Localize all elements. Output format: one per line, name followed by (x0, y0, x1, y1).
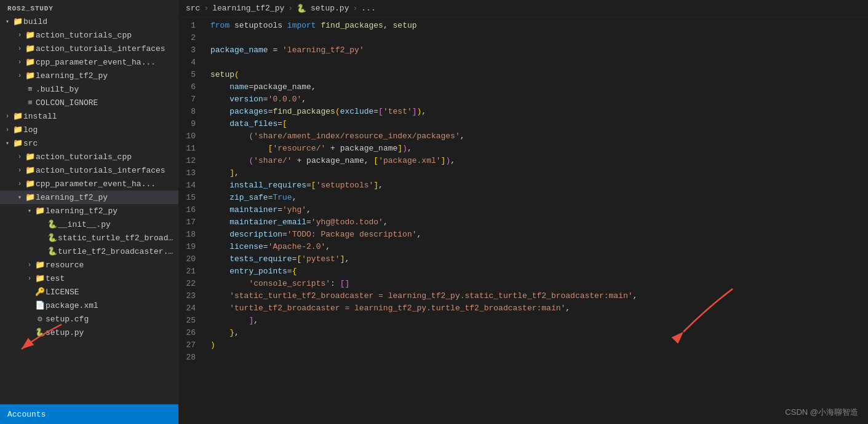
arrow-icon: › (25, 275, 34, 282)
arrow-icon: › (15, 167, 25, 174)
ln-14: 14 (178, 179, 205, 192)
sidebar-item-label: cpp_parameter_event_ha... (36, 179, 173, 189)
folder-icon: 📁 (25, 192, 36, 202)
arrow-icon: ▾ (15, 194, 25, 201)
sidebar-item-label: turtle_tf2_broadcaster.... (58, 247, 173, 256)
sidebar-item-label: build (23, 17, 173, 26)
ln-5: 5 (178, 69, 205, 81)
breadcrumb-py-icon: 🐍 (297, 4, 306, 14)
sidebar-item-label: LICENSE (46, 288, 173, 297)
py-icon: 🐍 (47, 219, 58, 229)
folder-icon: 📁 (25, 57, 36, 67)
spacer (25, 329, 34, 336)
ln-20: 20 (178, 253, 205, 265)
sidebar-item-src[interactable]: ▾ 📁 src (0, 136, 178, 150)
breadcrumb-sep-3: › (352, 4, 357, 13)
sidebar-item-resource[interactable]: › 📁 resource (0, 258, 178, 272)
sidebar-item-action-tutorials-interfaces-2[interactable]: › 📁 action_tutorials_interfaces (0, 163, 178, 177)
sidebar-item-setup-py[interactable]: 🐍 setup.py (0, 326, 178, 339)
sidebar-item-label: learning_tf2_py (36, 193, 173, 202)
ln-8: 8 (178, 106, 205, 118)
sidebar-item-install[interactable]: › 📁 install (0, 109, 178, 123)
sidebar-item-built-by[interactable]: ≡ .built_by (0, 82, 178, 96)
ln-13: 13 (178, 167, 205, 179)
folder-icon: 📁 (34, 206, 46, 216)
sidebar-item-action-tutorials-cpp-2[interactable]: › 📁 action_tutorials_cpp (0, 150, 178, 163)
sidebar-item-cpp-param-1[interactable]: › 📁 cpp_parameter_event_ha... (0, 55, 178, 69)
ln-26: 26 (178, 327, 205, 339)
ln-17: 17 (178, 216, 205, 229)
sidebar-item-build[interactable]: ▾ 📁 build (0, 15, 178, 28)
arrow-icon: › (15, 181, 25, 187)
sidebar-item-learning-tf2-py-1[interactable]: › 📁 learning_tf2_py (0, 69, 178, 82)
arrow-icon: › (2, 127, 12, 133)
sidebar-item-label: COLCON_IGNORE (36, 98, 173, 108)
sidebar-item-label: package.xml (46, 301, 173, 310)
ln-18: 18 (178, 229, 205, 241)
ln-11: 11 (178, 143, 205, 155)
ln-9: 9 (178, 118, 205, 130)
ln-22: 22 (178, 278, 205, 290)
arrow-icon: › (15, 73, 25, 79)
spacer (15, 100, 25, 106)
folder-icon: 📁 (34, 273, 46, 283)
ln-23: 23 (178, 290, 205, 302)
file-tree: ▾ 📁 build › 📁 action_tutorials_cpp › 📁 a… (0, 15, 178, 404)
ln-19: 19 (178, 241, 205, 253)
license-icon: 🔑 (34, 287, 46, 297)
sidebar-item-label: action_tutorials_cpp (36, 31, 173, 40)
eq-icon: ≡ (25, 85, 36, 94)
xml-icon: 📄 (34, 300, 46, 310)
sidebar-item-label: setup.cfg (46, 315, 173, 324)
folder-icon: 📁 (12, 125, 23, 135)
py-icon: 🐍 (34, 328, 46, 337)
sidebar-item-license[interactable]: 🔑 LICENSE (0, 285, 178, 299)
spacer (37, 235, 47, 241)
ln-15: 15 (178, 192, 205, 204)
sidebar-item-test[interactable]: › 📁 test (0, 272, 178, 285)
spacer (25, 302, 34, 309)
code-canvas: 1 2 3 4 5 6 7 8 9 10 11 12 13 14 15 16 1… (178, 17, 868, 424)
sidebar-item-package-xml[interactable]: 📄 package.xml (0, 299, 178, 312)
editor-area: src › learning_tf2_py › 🐍 setup.py › ...… (178, 0, 868, 424)
folder-icon: 📁 (25, 152, 36, 162)
cfg-icon: ⚙ (34, 314, 46, 324)
line-numbers: 1 2 3 4 5 6 7 8 9 10 11 12 13 14 15 16 1… (178, 17, 205, 424)
sidebar-item-turtle-tf2[interactable]: 🐍 turtle_tf2_broadcaster.... (0, 245, 178, 258)
sidebar-item-label: test (46, 274, 173, 283)
arrow-icon: ▾ (25, 207, 34, 214)
sidebar-item-action-tutorials-interfaces-1[interactable]: › 📁 action_tutorials_interfaces (0, 42, 178, 55)
ln-4: 4 (178, 57, 205, 69)
folder-icon: 📁 (25, 44, 36, 53)
ln-3: 3 (178, 44, 205, 57)
sidebar-item-colcon-ignore[interactable]: ≡ COLCON_IGNORE (0, 96, 178, 109)
ln-10: 10 (178, 130, 205, 143)
code-editor[interactable]: from setuptools import find_packages, se… (205, 17, 868, 424)
sidebar-item-learning-tf2-py-inner[interactable]: ▾ 📁 learning_tf2_py (0, 204, 178, 218)
folder-icon: 📁 (12, 138, 23, 148)
sidebar-item-label: resource (46, 261, 173, 270)
ln-16: 16 (178, 204, 205, 216)
ln-7: 7 (178, 93, 205, 106)
sidebar-item-label: log (23, 125, 173, 135)
sidebar-item-label: learning_tf2_py (46, 206, 173, 216)
sidebar-item-log[interactable]: › 📁 log (0, 123, 178, 136)
sidebar-item-static-turtle[interactable]: 🐍 static_turtle_tf2_broad... (0, 231, 178, 245)
sidebar-item-setup-cfg[interactable]: ⚙ setup.cfg (0, 312, 178, 326)
eq-icon: ≡ (25, 98, 36, 108)
ln-21: 21 (178, 265, 205, 278)
sidebar-item-label: src (23, 139, 173, 148)
breadcrumb-sep-2: › (288, 4, 293, 13)
arrow-icon: ▾ (2, 18, 12, 25)
sidebar-item-init-py[interactable]: 🐍 __init__.py (0, 218, 178, 231)
arrow-icon: › (15, 32, 25, 39)
sidebar-item-label: static_turtle_tf2_broad... (58, 234, 173, 243)
sidebar-item-learning-tf2-py-2[interactable]: ▾ 📁 learning_tf2_py (0, 190, 178, 204)
breadcrumb-setup-py: setup.py (311, 4, 349, 13)
sidebar-item-label: cpp_parameter_event_ha... (36, 58, 173, 67)
sidebar-item-label: .built_by (36, 85, 173, 94)
sidebar-item-action-tutorials-cpp-1[interactable]: › 📁 action_tutorials_cpp (0, 28, 178, 42)
sidebar-item-cpp-param-2[interactable]: › 📁 cpp_parameter_event_ha... (0, 177, 178, 190)
folder-icon: 📁 (25, 179, 36, 189)
accounts-button[interactable]: Accounts (0, 404, 178, 424)
